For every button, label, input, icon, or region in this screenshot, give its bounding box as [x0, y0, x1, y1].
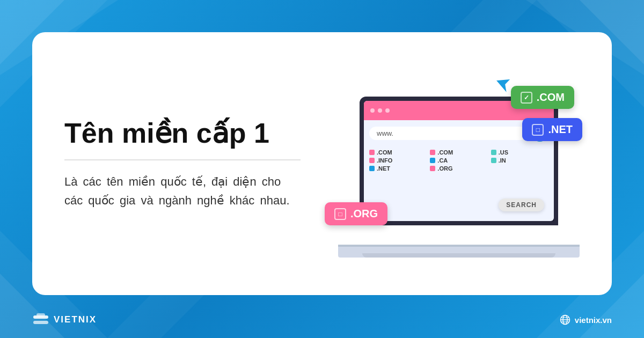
domain-net: .NET [369, 165, 427, 172]
domain-sq-pink-3 [369, 158, 375, 163]
svg-rect-16 [33, 321, 48, 324]
brand-logo-right: vietnix.vn [560, 314, 612, 325]
description-text: Là các tên miền quốc tế, đại diện cho cá… [64, 172, 301, 210]
domain-sq-blue-2 [369, 166, 375, 171]
main-title: Tên miền cấp 1 [64, 117, 301, 150]
domain-com-1: .COM [369, 149, 427, 156]
brand-url-right: vietnix.vn [575, 315, 612, 325]
domain-us: .US [491, 149, 548, 156]
svg-rect-17 [36, 313, 45, 317]
vietnix-logo-icon-left [32, 311, 49, 328]
domain-list: .COM .COM .US .INFO [364, 146, 554, 175]
badge-org: □ .ORG [325, 202, 387, 225]
domain-org: .ORG [430, 165, 487, 172]
domain-ca: .CA [430, 157, 487, 164]
badge-net-icon: □ [532, 124, 544, 136]
domain-sq-pink-2 [430, 150, 435, 155]
laptop-foot [362, 253, 555, 258]
laptop-base [338, 247, 580, 258]
laptop-screen: www. .COM [360, 97, 558, 225]
www-prefix: www. [377, 129, 393, 137]
badge-com-label: .COM [537, 91, 565, 104]
brand-name-left: VIETNIX [54, 314, 97, 325]
domain-info: .INFO [369, 157, 427, 164]
badge-com: ✓ .COM [511, 86, 574, 109]
domain-sq-pink-1 [369, 150, 375, 155]
browser-dot-1 [370, 108, 375, 113]
domain-com-2: .COM [430, 149, 487, 156]
badge-com-icon: ✓ [521, 92, 532, 104]
footer: VIETNIX vietnix.vn [32, 311, 612, 328]
domain-sq-teal-1 [491, 150, 496, 155]
domain-sq-pink-4 [430, 166, 435, 171]
screen-search-button[interactable]: SEARCH [499, 199, 544, 211]
globe-icon [560, 314, 570, 325]
badge-org-icon: □ [334, 208, 346, 220]
badge-net-label: .NET [548, 123, 573, 136]
domain-in: .IN [491, 157, 548, 164]
badge-org-label: .ORG [350, 208, 378, 220]
browser-dot-2 [378, 108, 382, 113]
address-input[interactable]: www. [369, 127, 527, 140]
domain-sq-blue-1 [430, 158, 435, 163]
badge-net: □ .NET [522, 118, 582, 141]
left-content: Tên miền cấp 1 Là các tên miền quốc tế, … [64, 117, 301, 210]
domain-sq-teal-2 [491, 158, 496, 163]
main-card: Tên miền cấp 1 Là các tên miền quốc tế, … [32, 32, 612, 295]
illustration-area: www. .COM [322, 70, 580, 258]
browser-dot-3 [385, 108, 390, 113]
title-divider [64, 159, 301, 160]
brand-logo-left: VIETNIX [32, 311, 97, 328]
